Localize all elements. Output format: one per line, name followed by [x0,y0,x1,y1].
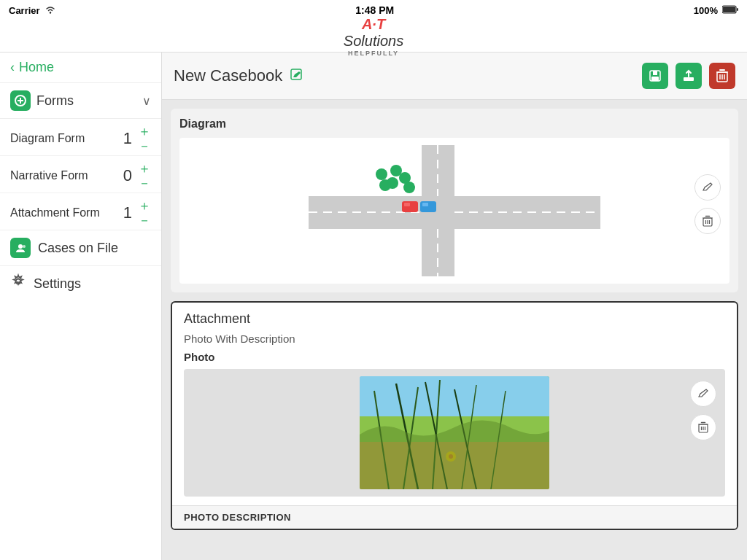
time-label: 1:48 PM [355,4,394,16]
diagram-form-decrement[interactable]: － [138,139,151,152]
forms-label: Forms [36,93,74,109]
narrative-form-increment[interactable]: ＋ [138,162,151,175]
diagram-delete-button[interactable] [694,208,721,234]
casebook-title-area: New Casebook [174,66,303,85]
home-label: Home [19,60,54,75]
svg-point-32 [403,182,415,193]
svg-rect-43 [360,376,549,420]
attachment-form-increment[interactable]: ＋ [138,199,151,212]
attachment-header: Attachment [172,303,737,330]
svg-point-0 [49,12,50,13]
attachment-form-decrement[interactable]: － [138,214,151,227]
casebook-edit-button[interactable] [290,68,303,85]
diagram-title: Diagram [179,117,729,131]
narrative-form-controls: 0 ＋ － [123,162,151,190]
diagram-edit-button[interactable] [694,174,721,201]
form-item-attachment[interactable]: Attachment Form 1 ＋ － [0,193,161,230]
delete-button[interactable] [709,63,735,89]
app-header: A·TSolutions HELPFULLY [0,20,747,52]
narrative-form-count: 0 [123,166,132,185]
attachment-form-count: 1 [123,203,132,222]
forms-left: Forms [10,90,74,111]
photo-delete-button[interactable] [690,414,716,440]
diagram-area [179,138,729,284]
diagram-form-count: 1 [123,129,132,148]
svg-rect-13 [651,77,659,81]
photo-svg [360,376,549,489]
app-logo: A·TSolutions HELPFULLY [344,16,403,57]
svg-rect-12 [653,71,657,75]
svg-point-31 [379,179,391,191]
settings-button[interactable]: Settings [0,266,161,301]
svg-rect-34 [404,203,410,206]
diagram-form-controls: 1 ＋ － [123,125,151,152]
svg-rect-35 [420,201,436,212]
photo-edit-button[interactable] [690,381,716,407]
photo-desc-label: PHOTO DESCRIPTION [184,512,725,523]
diagram-form-label: Diagram Form [10,132,85,145]
svg-point-8 [23,245,26,248]
wifi-icon [44,5,56,16]
diagram-form-stepper[interactable]: ＋ － [138,125,151,152]
attachment-title: Attachment [184,311,725,327]
narrative-form-decrement[interactable]: － [138,176,151,190]
export-button[interactable] [676,63,702,89]
main-actions [642,63,735,89]
diagram-form-increment[interactable]: ＋ [138,125,151,138]
svg-rect-33 [402,201,418,212]
svg-point-7 [18,244,23,249]
diagram-card: Diagram [171,109,738,292]
narrative-form-label: Narrative Form [10,169,88,182]
chevron-left-icon: ‹ [10,60,15,75]
svg-rect-36 [422,203,428,206]
attachment-subtitle: Photo With Description [172,330,737,348]
cases-on-file-button[interactable]: Cases on File [0,230,161,266]
intersection-diagram [309,145,600,276]
save-button[interactable] [642,63,668,89]
cases-icon [10,238,31,258]
attachment-card: Attachment Photo With Description Photo [171,301,738,530]
casebook-title: New Casebook [174,66,282,85]
forms-section-header[interactable]: Forms ∨ [0,83,161,119]
sidebar: ‹ Home Forms ∨ Diagram Form 1 [0,52,162,560]
photo-description-header: PHOTO DESCRIPTION [172,505,737,529]
cases-label: Cases on File [38,241,118,256]
battery-label: 100% [694,5,718,16]
svg-point-27 [376,168,387,180]
sidebar-home-button[interactable]: ‹ Home [0,52,161,83]
attachment-form-controls: 1 ＋ － [123,199,151,227]
battery-icon [722,5,738,16]
carrier-label: Carrier [9,5,40,16]
svg-rect-3 [737,8,738,11]
forms-icon [10,90,31,111]
svg-rect-2 [723,7,735,12]
form-item-diagram[interactable]: Diagram Form 1 ＋ － [0,119,161,156]
main-content: New Casebook [162,52,747,560]
photo-image [360,376,549,489]
narrative-form-stepper[interactable]: ＋ － [138,162,151,190]
photo-label: Photo [172,348,737,369]
attachment-form-stepper[interactable]: ＋ － [138,199,151,227]
svg-rect-14 [684,77,694,81]
photo-area [184,369,725,497]
settings-label: Settings [34,276,81,292]
form-item-narrative[interactable]: Narrative Form 0 ＋ － [0,156,161,193]
chevron-down-icon: ∨ [142,94,151,108]
main-header: New Casebook [162,52,747,100]
gear-icon [10,273,26,294]
attachment-form-label: Attachment Form [10,206,100,219]
